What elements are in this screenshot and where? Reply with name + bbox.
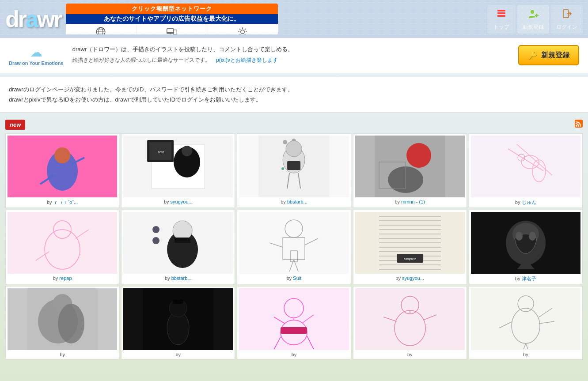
gallery-by: by mmnn - (1) (395, 199, 425, 204)
rss-icon[interactable] (575, 120, 583, 130)
description-sub: 絵描きと絵が好きな人の暇つぶしに最適なサービスです。 p(ixi)vとお絵描き楽… (72, 56, 509, 64)
svg-point-69 (173, 221, 192, 240)
svg-rect-21 (497, 15, 505, 17)
gallery-thumb (8, 212, 117, 274)
svg-line-16 (245, 34, 246, 34)
gear-icon (236, 26, 249, 34)
main-content: ☁ Draw on Your Emotions drawr（ドロワー）は、手描き… (0, 38, 588, 381)
ad-top-text: クリック報酬型ネットワーク (66, 4, 278, 14)
description-sub-text: 絵描きと絵が好きな人の暇つぶしに最適なサービスです。 (72, 57, 210, 63)
gallery-item[interactable]: by mmnn - (1) (353, 133, 467, 208)
gallery-item[interactable]: by (237, 286, 351, 359)
gallery-thumb (123, 212, 233, 274)
gallery-by: by 津名子 (515, 275, 536, 282)
draw-emotions-text: Draw on Your Emotions (9, 60, 64, 66)
gallery-by: by ｒ（ｒˆoˆ... (47, 199, 78, 206)
svg-point-103 (58, 304, 84, 343)
svg-rect-115 (375, 288, 445, 350)
svg-rect-71 (258, 212, 329, 274)
gallery-item[interactable]: by 津名子 (469, 210, 583, 284)
gallery-item[interactable]: complete by syugyou... (353, 210, 467, 284)
gallery-by: by (175, 352, 181, 357)
gallery-thumb (8, 288, 117, 350)
gallery-item[interactable]: by bbstarb... (121, 210, 235, 284)
svg-point-0 (96, 27, 105, 34)
ad-icon-device[interactable]: マルチデバイス (137, 24, 207, 34)
logo-text: drawr (5, 8, 61, 30)
gallery-thumb (471, 288, 580, 350)
register-button-label: 新規登録 (541, 51, 569, 60)
nav-login-button[interactable]: ログイン (551, 5, 583, 34)
gallery-item[interactable]: by ｒ（ｒˆoˆ... (5, 133, 119, 208)
svg-line-18 (239, 34, 240, 34)
svg-point-1 (99, 27, 103, 34)
gallery-thumb (239, 288, 349, 350)
gallery-by: by (60, 352, 65, 357)
svg-rect-70 (175, 238, 190, 243)
pixiv-link[interactable]: p(ixi)vとお絵描き楽します (216, 57, 278, 63)
svg-rect-107 (173, 299, 183, 304)
gallery-grid: by ｒ（ｒˆoˆ... text by syugyou... (5, 133, 583, 359)
gallery-by: by (407, 352, 413, 357)
nav-top-button[interactable]: トップ (487, 5, 516, 34)
svg-rect-54 (490, 136, 561, 197)
gallery-thumb (355, 136, 465, 197)
gallery-item[interactable]: by (5, 286, 119, 359)
gallery-item[interactable]: by (121, 286, 235, 359)
gallery-by: by じゅん (515, 199, 536, 206)
svg-point-10 (241, 30, 244, 34)
svg-point-40 (182, 146, 192, 156)
ad-icon-cases[interactable]: 案件数数 (66, 24, 137, 34)
svg-rect-20 (497, 12, 505, 14)
gallery-thumb (471, 212, 580, 274)
ad-icon-optimize[interactable]: 自動最適化 (207, 24, 277, 34)
notice-text-1: drawrのログインページが変わりました。今までのID、パスワードで引き続きご利… (9, 86, 293, 93)
svg-text:complete: complete (403, 257, 416, 261)
svg-point-66 (152, 226, 159, 233)
svg-text:text: text (158, 150, 164, 154)
notice-text-2: drawrとpixivで異なるIDをお使いの方は、drawrで利用していたIDで… (9, 96, 262, 103)
description-main: drawr（ドロワー）は、手描きのイラストを投稿したり、コメントし合って楽しめる… (72, 45, 509, 54)
gallery-item[interactable]: by (353, 286, 467, 359)
svg-rect-121 (490, 288, 561, 350)
nav-register-button[interactable]: 新規登録 (517, 5, 549, 34)
gallery-thumb (123, 288, 233, 350)
gallery-thumb (471, 136, 580, 197)
gallery-by: by bbstarb... (281, 199, 307, 204)
svg-rect-47 (287, 161, 300, 170)
gallery-item[interactable]: by bbstarb... (237, 133, 351, 208)
gallery-item[interactable]: by (469, 286, 583, 359)
gallery-item[interactable]: by Suit (237, 210, 351, 284)
nav-login-label: ログイン (556, 23, 577, 31)
gallery-header: new (5, 120, 583, 130)
login-icon (561, 8, 573, 23)
svg-line-15 (239, 29, 240, 30)
new-badge: new (5, 120, 25, 130)
gallery-by: by (523, 352, 528, 357)
svg-line-17 (245, 29, 246, 30)
description-logo: ☁ Draw on Your Emotions (9, 45, 64, 66)
gallery-thumb (239, 136, 349, 197)
svg-point-22 (530, 10, 535, 14)
svg-rect-114 (281, 327, 307, 334)
gallery-item[interactable]: by repap (5, 210, 119, 284)
site-header: drawr クリック報酬型ネットワーク あなたのサイトやアプリの広告収益を最大化… (0, 0, 588, 38)
person-add-icon (527, 8, 539, 23)
svg-point-46 (286, 141, 302, 157)
gallery-by: by (292, 352, 297, 357)
svg-point-31 (54, 147, 70, 163)
ad-icons-row: 案件数数 マルチデバイス (66, 24, 278, 34)
nav-register-label: 新規登録 (523, 23, 544, 31)
ad-banner[interactable]: クリック報酬型ネットワーク あなたのサイトやアプリの広告収益を最大化に。 案件数… (66, 4, 278, 34)
svg-point-99 (529, 232, 536, 241)
gallery-item[interactable]: text by syugyou... (121, 133, 235, 208)
svg-point-44 (281, 167, 284, 170)
gallery-thumb (239, 212, 349, 274)
site-logo[interactable]: drawr (5, 8, 61, 30)
gallery-by: by syugyou... (395, 275, 424, 281)
gallery-item[interactable]: by じゅん (469, 133, 583, 208)
notice-line2: drawrとpixivで異なるIDをお使いの方は、drawrで利用していたIDで… (9, 94, 579, 105)
gallery-by: by syugyou... (164, 199, 193, 204)
gallery-thumb: text (123, 136, 233, 197)
register-button-large[interactable]: 🔑 新規登録 (518, 45, 579, 65)
